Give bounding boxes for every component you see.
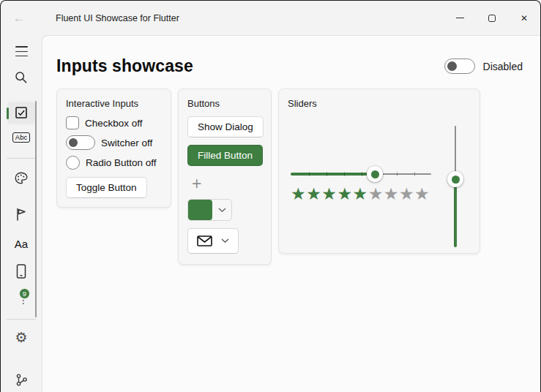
split-button-swatch[interactable]	[188, 200, 212, 220]
switch-knob	[69, 138, 78, 147]
gear-icon: ⚙	[15, 331, 27, 344]
sidebar-item-localization[interactable]	[7, 202, 35, 226]
maximize-button[interactable]	[476, 1, 508, 35]
minimize-icon	[456, 18, 464, 18]
horizontal-slider[interactable]	[291, 166, 431, 182]
star-icon[interactable]: ★	[353, 184, 368, 203]
mail-dropdown-button[interactable]	[187, 228, 239, 254]
search-icon	[14, 70, 29, 85]
phone-icon	[14, 263, 29, 279]
card-title: Sliders	[288, 98, 471, 109]
page-title: Inputs showcase	[56, 56, 193, 76]
h-slider-thumb[interactable]	[367, 166, 383, 182]
switcher-label: Switcher off	[101, 137, 152, 148]
notification-badge: 9	[19, 288, 30, 299]
star-icon[interactable]: ★	[399, 184, 414, 203]
arrow-left-icon: ←	[13, 11, 26, 26]
branch-icon	[15, 373, 29, 387]
sidebar-item-inputs[interactable]	[7, 102, 35, 124]
vertical-slider[interactable]	[447, 126, 463, 247]
app-window: ← Fluent UI Showcase for Flutter ✕	[0, 0, 541, 392]
plus-icon-button[interactable]: +	[192, 176, 201, 192]
content-pane: Inputs showcase Disabled Interactive Inp…	[42, 35, 540, 392]
star-icon[interactable]: ★	[306, 184, 321, 203]
checkbox-icon	[14, 105, 29, 120]
sidebar-item-forms[interactable]: Abc	[7, 126, 35, 150]
plus-icon: +	[192, 174, 201, 193]
card-title: Interactive Inputs	[66, 98, 162, 109]
page-header: Inputs showcase Disabled	[56, 56, 523, 76]
chevron-down-icon	[218, 208, 226, 213]
star-icon[interactable]: ★	[368, 184, 384, 203]
star-icon[interactable]: ★	[337, 184, 352, 203]
sidebar-item-more[interactable]: ⋮ 9	[7, 285, 35, 309]
v-slider-fill	[454, 179, 458, 247]
hamburger-icon	[15, 46, 28, 56]
close-icon: ✕	[521, 13, 528, 23]
flag-icon	[14, 207, 29, 222]
disabled-toggle[interactable]	[444, 59, 475, 74]
rating[interactable]: ★★★★★★★★★	[291, 184, 431, 205]
card-interactive-inputs: Interactive Inputs Checkbox off Switcher…	[56, 88, 171, 208]
abc-icon: Abc	[12, 132, 30, 143]
toggle-knob	[447, 61, 457, 71]
back-button[interactable]: ←	[7, 7, 31, 30]
mail-icon	[197, 235, 212, 246]
show-dialog-button[interactable]: Show Dialog	[187, 116, 264, 137]
minimize-button[interactable]	[444, 1, 476, 35]
star-icon[interactable]: ★	[321, 184, 337, 203]
sidebar-scrollbar[interactable]	[35, 101, 37, 317]
disabled-toggle-label: Disabled	[483, 61, 523, 72]
sidebar-item-settings[interactable]: ⚙	[7, 325, 35, 350]
aa-icon: Aa	[15, 238, 28, 250]
v-slider-thumb[interactable]	[447, 171, 463, 187]
selection-indicator	[7, 108, 9, 119]
switcher[interactable]	[66, 135, 95, 150]
sidebar-item-typography[interactable]: Aa	[7, 232, 35, 256]
chevron-down-icon	[221, 238, 229, 244]
sidebar-item-search[interactable]	[7, 66, 35, 90]
checkbox-label: Checkbox off	[85, 118, 143, 129]
window-title: Fluent UI Showcase for Flutter	[56, 13, 179, 23]
sidebar-item-flow[interactable]	[7, 368, 35, 392]
checkbox[interactable]	[66, 116, 79, 129]
radio-button[interactable]	[66, 156, 80, 170]
toggle-button[interactable]: Toggle Button	[66, 177, 147, 198]
window-controls: ✕	[444, 1, 540, 35]
star-icon[interactable]: ★	[414, 184, 430, 203]
color-split-button[interactable]	[187, 199, 232, 221]
star-icon[interactable]: ★	[291, 184, 306, 203]
sidebar-item-mobile[interactable]	[7, 260, 35, 284]
maximize-icon	[488, 15, 496, 22]
close-button[interactable]: ✕	[508, 1, 540, 35]
radio-label: Radio Button off	[86, 157, 157, 168]
sidebar-divider	[7, 319, 36, 320]
palette-icon	[14, 171, 29, 186]
star-icon[interactable]: ★	[384, 184, 399, 203]
filled-button[interactable]: Filled Button	[187, 145, 263, 166]
titlebar: ← Fluent UI Showcase for Flutter ✕	[1, 1, 540, 35]
slider-ticks	[292, 172, 430, 176]
sidebar-item-menu[interactable]	[7, 39, 35, 64]
sidebar-item-theming[interactable]	[7, 166, 35, 190]
card-buttons: Buttons Show Dialog Filled Button +	[178, 88, 272, 265]
card-sliders: Sliders ★★★★★★★★★	[278, 88, 480, 254]
sidebar: Abc Aa	[1, 35, 42, 392]
sidebar-divider	[7, 158, 36, 159]
card-title: Buttons	[187, 98, 220, 109]
split-button-chevron[interactable]	[212, 200, 231, 220]
